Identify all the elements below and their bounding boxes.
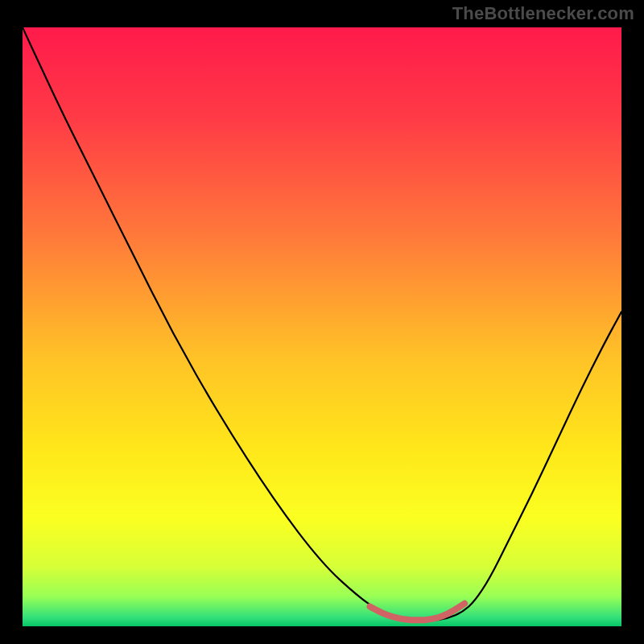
chart-frame: TheBottlenecker.com (0, 0, 644, 644)
gradient-background (23, 27, 621, 626)
watermark-text: TheBottlenecker.com (452, 3, 634, 24)
chart-svg (23, 27, 621, 626)
chart-plot-area (23, 27, 621, 626)
